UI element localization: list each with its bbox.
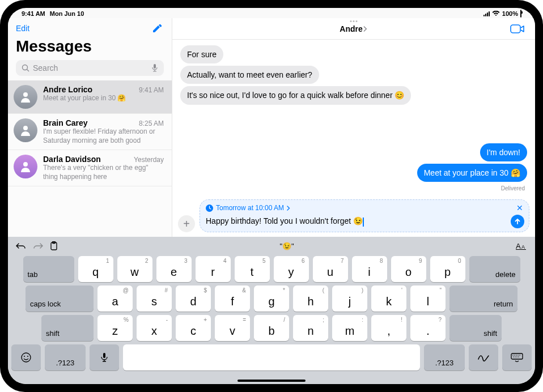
plus-button[interactable]: + <box>178 215 195 232</box>
key-numeric-right[interactable]: .?123 <box>424 344 465 370</box>
delivered-label: Delivered <box>501 185 525 191</box>
clipboard-button[interactable] <box>50 241 58 250</box>
status-bar: 9:41 AM Mon Jun 10 100% <box>8 8 535 18</box>
compose-input[interactable]: Happy birthday! Told you I wouldn't forg… <box>205 215 507 227</box>
key-a[interactable]: a@ <box>97 286 133 312</box>
contact-name-button[interactable]: Andre <box>340 24 367 33</box>
redo-button[interactable] <box>33 242 43 250</box>
key-k[interactable]: k' <box>371 286 406 312</box>
conv-name: Andre Lorico <box>43 85 92 94</box>
grabber-icon[interactable] <box>350 20 358 22</box>
clock-icon <box>206 204 213 212</box>
undo-button[interactable] <box>16 242 26 250</box>
message-bubble-incoming[interactable]: Actually, want to meet even earlier? <box>180 66 319 84</box>
message-bubble-outgoing[interactable]: Meet at your place in 30 🤗 <box>417 164 527 182</box>
key-t[interactable]: t5 <box>235 256 270 282</box>
key-f[interactable]: f& <box>215 286 250 312</box>
key-o[interactable]: o9 <box>391 256 426 282</box>
key-j[interactable]: j) <box>332 286 367 312</box>
key-x[interactable]: x- <box>137 315 172 341</box>
message-bubble-outgoing[interactable]: I'm down! <box>480 143 527 161</box>
svg-line-1 <box>27 70 29 72</box>
edit-button[interactable]: Edit <box>16 24 29 33</box>
key-g[interactable]: g* <box>254 286 289 312</box>
key-l[interactable]: l" <box>410 286 446 312</box>
reminder-label: Tomorrow at 10:00 AM <box>216 204 284 212</box>
svg-point-25 <box>516 356 517 357</box>
key-z[interactable]: z% <box>97 315 133 341</box>
compose-bubble[interactable]: Tomorrow at 10:00 AM ✕ Happy birthday! T… <box>200 199 529 232</box>
key-p[interactable]: p0 <box>430 256 465 282</box>
svg-rect-6 <box>511 25 520 33</box>
svg-text:A: A <box>521 244 525 250</box>
key-,[interactable]: ,! <box>371 315 406 341</box>
key-e[interactable]: e3 <box>156 256 192 282</box>
key-m[interactable]: m: <box>332 315 367 341</box>
compose-button[interactable] <box>150 22 164 35</box>
key-u[interactable]: u7 <box>313 256 348 282</box>
battery-icon <box>520 10 521 17</box>
conv-preview: Meet at your place in 30 🤗 <box>43 94 164 103</box>
reminder-chip[interactable]: Tomorrow at 10:00 AM <box>206 204 290 212</box>
key-w[interactable]: w2 <box>117 256 152 282</box>
key-shift-right[interactable]: shift <box>449 315 502 341</box>
key-hide-keyboard[interactable] <box>502 344 532 370</box>
key-b[interactable]: b/ <box>254 315 289 341</box>
status-time: 9:41 AM <box>22 10 45 17</box>
facetime-button[interactable] <box>510 24 525 34</box>
conversation-item[interactable]: Andre Lorico9:41 AM Meet at your place i… <box>8 80 172 114</box>
key-shift-left[interactable]: shift <box>41 315 94 341</box>
key-dictate[interactable] <box>90 344 119 370</box>
search-icon <box>22 64 29 72</box>
key-return[interactable]: return <box>449 286 517 312</box>
svg-point-18 <box>512 355 513 355</box>
search-input[interactable]: Search <box>16 60 164 76</box>
key-r[interactable]: r4 <box>196 256 231 282</box>
key-i[interactable]: i8 <box>352 256 387 282</box>
messages-scroll[interactable]: For sure Actually, want to meet even ear… <box>172 40 535 197</box>
key-emoji[interactable] <box>11 344 41 370</box>
status-date: Mon Jun 10 <box>50 10 84 17</box>
send-button[interactable] <box>511 215 524 228</box>
key-h[interactable]: h( <box>293 286 328 312</box>
key-n[interactable]: n; <box>293 315 328 341</box>
contact-name: Andre <box>340 24 362 33</box>
key-space[interactable] <box>123 344 420 370</box>
message-bubble-incoming[interactable]: For sure <box>180 45 223 63</box>
svg-point-3 <box>23 92 28 97</box>
message-bubble-incoming[interactable]: It's so nice out, I'd love to go for a q… <box>180 86 411 104</box>
key-capslock[interactable]: caps lock <box>26 286 94 312</box>
svg-point-19 <box>514 355 515 355</box>
screen: 9:41 AM Mon Jun 10 100% Edit <box>8 8 535 384</box>
key-tab[interactable]: tab <box>23 256 74 282</box>
key-y[interactable]: y6 <box>274 256 309 282</box>
page-title: Messages <box>8 36 172 60</box>
conversation-list: Andre Lorico9:41 AM Meet at your place i… <box>8 80 172 237</box>
text-format-button[interactable]: AA <box>516 242 527 250</box>
svg-rect-2 <box>154 64 156 69</box>
key-c[interactable]: c+ <box>176 315 211 341</box>
conv-name: Brain Carey <box>43 118 88 127</box>
key-q[interactable]: q1 <box>78 256 113 282</box>
suggestion-button[interactable]: "😉" <box>279 242 294 250</box>
key-numeric-left[interactable]: .?123 <box>45 344 86 370</box>
conversation-item[interactable]: Darla DavidsonYesterday There's a very "… <box>8 150 172 186</box>
key-d[interactable]: d$ <box>176 286 211 312</box>
conv-preview: There's a very "chicken or the egg" thin… <box>43 164 164 181</box>
conv-name: Darla Davidson <box>43 155 101 164</box>
key-handwriting[interactable] <box>469 344 498 370</box>
conv-preview: I'm super flexible! Friday afternoon or … <box>43 127 164 145</box>
conv-time: 8:25 AM <box>139 120 164 127</box>
dictate-icon[interactable] <box>151 63 158 73</box>
key-s[interactable]: s# <box>137 286 172 312</box>
key-delete[interactable]: delete <box>469 256 520 282</box>
key-v[interactable]: v= <box>215 315 250 341</box>
home-indicator[interactable] <box>237 380 306 382</box>
device-frame: 9:41 AM Mon Jun 10 100% Edit <box>0 0 543 392</box>
svg-text:A: A <box>516 242 521 250</box>
main-panel: Andre For sure Actually, want to meet ev… <box>172 18 535 237</box>
key-.[interactable]: .? <box>410 315 446 341</box>
svg-point-22 <box>519 355 520 355</box>
reminder-close-button[interactable]: ✕ <box>516 203 523 212</box>
conversation-item[interactable]: Brain Carey8:25 AM I'm super flexible! F… <box>8 114 172 150</box>
